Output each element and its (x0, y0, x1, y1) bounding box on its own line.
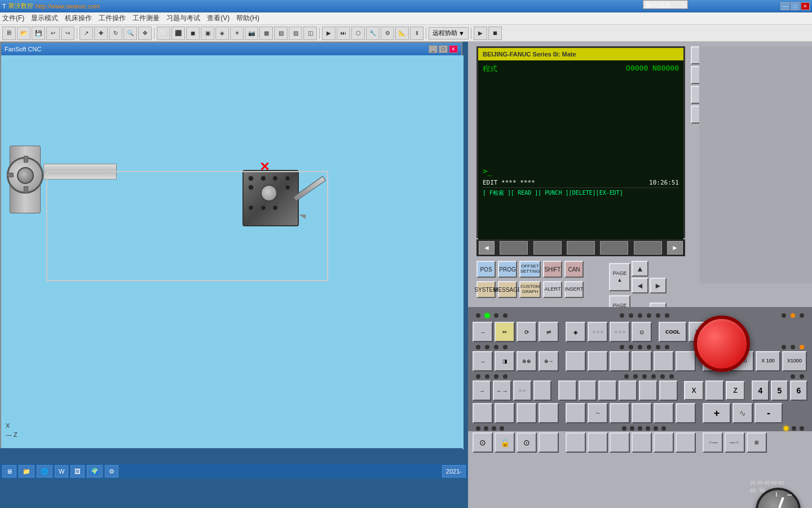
pos-key[interactable]: POS (476, 261, 496, 278)
cam-btn-9[interactable] (654, 432, 674, 453)
tb-measure[interactable]: 📐 (395, 27, 409, 40)
ctrl-btn-44[interactable] (539, 403, 559, 423)
tb-stop[interactable]: ⏹ (488, 27, 502, 40)
feed-btn-10[interactable] (676, 351, 696, 371)
tb-3d[interactable]: ⬡ (351, 27, 365, 40)
ctrl-btn-47[interactable] (610, 403, 630, 423)
remote-assist-btn[interactable]: 远程协助 ▼ (429, 27, 469, 40)
ctrl-btn-41[interactable] (473, 403, 493, 423)
cam-btn-3[interactable]: ⊙ (517, 432, 537, 453)
x1000-btn[interactable]: X1000 (782, 351, 807, 371)
taskbar-image[interactable]: 🖼 (70, 465, 85, 478)
tb-cam[interactable]: 📷 (245, 27, 258, 40)
tb-tool[interactable]: 🔧 (366, 27, 379, 40)
z-axis-key[interactable]: Z (726, 381, 745, 400)
feed-btn-7[interactable] (610, 351, 630, 371)
tb-shaded[interactable]: ◼ (186, 27, 200, 40)
cnc-win-minimize[interactable]: _ (429, 45, 438, 53)
feed-ctrl-1[interactable]: ⁘— (703, 432, 723, 453)
spare-axis-key[interactable] (705, 380, 724, 401)
tb-open[interactable]: 📂 (17, 27, 30, 40)
x-axis-key[interactable]: X (684, 381, 704, 400)
tb-rotate[interactable]: ↻ (109, 27, 122, 40)
menu-display[interactable]: 显示模式 (31, 14, 58, 23)
tb-top[interactable]: ▨ (289, 27, 302, 40)
num6-key[interactable]: 6 (790, 380, 807, 401)
menu-machine[interactable]: 机床操作 (65, 14, 92, 23)
cam-btn-10[interactable] (676, 432, 696, 453)
tb-redo[interactable]: ↪ (61, 27, 74, 40)
can-key[interactable]: CAN (564, 261, 584, 278)
cam-btn-1[interactable]: ⊙ (473, 432, 493, 453)
wave-key[interactable]: ∿ (732, 403, 753, 423)
cam-btn-6[interactable] (588, 432, 608, 453)
cnc-win-close[interactable]: ✕ (449, 45, 458, 53)
feed-btn-3[interactable]: ⊕⊕ (517, 351, 537, 371)
mode-btn-6[interactable]: ⁘⁘⁘ (588, 322, 608, 342)
feed-ctrl-3[interactable]: ⊞ (747, 432, 767, 453)
taskbar-explorer[interactable]: 📁 (19, 465, 34, 478)
taskbar-app[interactable]: ⚙ (105, 465, 118, 478)
tb-play[interactable]: ▶ (474, 27, 487, 40)
close-btn[interactable]: ✕ (801, 2, 810, 10)
menu-workpiece[interactable]: 工件操作 (99, 14, 126, 23)
cnc-win-maximize[interactable]: □ (439, 45, 448, 53)
feed-btn-4[interactable]: ⊕→ (539, 351, 559, 371)
menu-exercises[interactable]: 习题与考试 (166, 14, 200, 23)
maximize-btn[interactable]: □ (791, 2, 800, 10)
arrow-up-key[interactable]: ▲ (632, 261, 648, 277)
jog-btn-7[interactable] (598, 380, 617, 401)
tb-solid[interactable]: ⬛ (171, 27, 185, 40)
taskbar-network[interactable]: 🌍 (87, 465, 103, 478)
system-key[interactable]: SYSTEM (476, 281, 496, 298)
tb-sim[interactable]: ▶ (322, 27, 336, 40)
cool-btn[interactable]: COOL (659, 322, 687, 342)
feed-btn-8[interactable] (632, 351, 652, 371)
jog-btn-10[interactable] (659, 380, 678, 401)
minus-key[interactable]: - (754, 403, 783, 423)
mode-btn-2[interactable]: ✏ (495, 322, 515, 342)
custom-graph-key[interactable]: CUSTOMGRAPH (519, 281, 541, 298)
cam-btn-2[interactable]: 🔒 (495, 432, 515, 453)
ctrl-btn-48[interactable] (632, 403, 652, 423)
num5-key[interactable]: 5 (771, 380, 788, 401)
feed-ctrl-2[interactable]: —⁘ (725, 432, 745, 453)
offset-setting-key[interactable]: OFFSETSETTING (519, 261, 541, 278)
feed-btn-1[interactable]: → (473, 351, 493, 371)
jog-btn-4[interactable] (533, 380, 552, 401)
ctrl-btn-46[interactable]: ~ (588, 403, 608, 423)
mode-btn-3[interactable]: ⟳ (517, 322, 537, 342)
menu-file[interactable]: 文件(F) (2, 14, 24, 23)
ctrl-btn-43[interactable] (517, 403, 537, 423)
jog-btn-1[interactable]: → (473, 380, 491, 401)
ctrl-btn-42[interactable] (495, 403, 515, 423)
jog-btn-8[interactable] (619, 380, 637, 401)
ctrl-btn-410[interactable] (676, 403, 696, 423)
jog-btn-5[interactable] (558, 380, 577, 401)
tb-iso[interactable]: ◫ (303, 27, 317, 40)
page-up-key[interactable]: PAGE▲ (609, 263, 630, 291)
tb-new[interactable]: 🖹 (2, 27, 16, 40)
shift-key[interactable]: SHIFT (543, 261, 562, 278)
cam-btn-5[interactable] (566, 432, 586, 453)
plus-key[interactable]: + (703, 403, 731, 423)
tb-front[interactable]: ▦ (259, 27, 273, 40)
jog-btn-9[interactable] (639, 380, 657, 401)
menu-view[interactable]: 查看(V) (207, 14, 230, 23)
menu-measure[interactable]: 工件测量 (133, 14, 160, 23)
feed-btn-5[interactable] (566, 351, 586, 371)
nav-left-btn[interactable]: ◄ (479, 241, 495, 255)
tb-select[interactable]: ↗ (80, 27, 93, 40)
jog-btn-6[interactable] (579, 380, 597, 401)
tb-wireframe[interactable]: ⬜ (157, 27, 170, 40)
tb-pan[interactable]: ✥ (138, 27, 152, 40)
cam-btn-8[interactable] (632, 432, 652, 453)
message-key[interactable]: MESSAGE (498, 281, 517, 298)
feed-btn-2[interactable]: ◨ (495, 351, 515, 371)
x100-btn[interactable]: X 100 (756, 351, 780, 371)
tb-light[interactable]: ☀ (230, 27, 244, 40)
mode-btn-4[interactable]: ⇌ (539, 322, 559, 342)
nav-right-btn[interactable]: ► (667, 241, 683, 255)
tb-zoom[interactable]: 🔍 (123, 27, 137, 40)
mode-btn-7[interactable]: ⁘⁘⁘ (610, 322, 630, 342)
